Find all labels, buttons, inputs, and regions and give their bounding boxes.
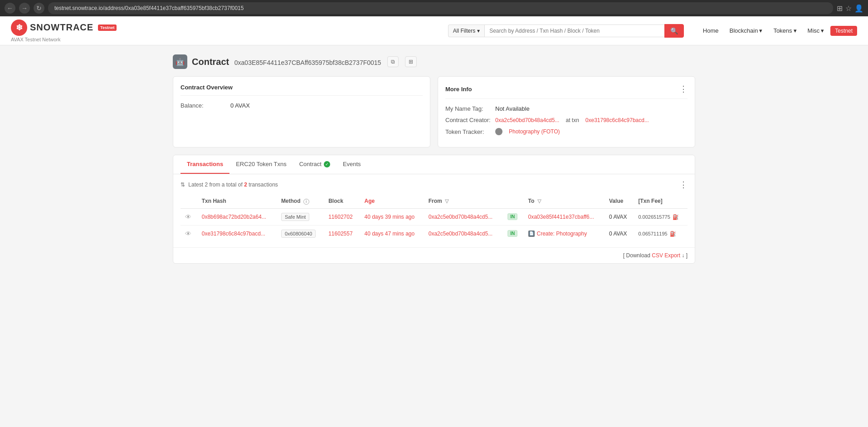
tab-contract-label: Contract [299,161,322,167]
nav-testnet[interactable]: Testnet [830,26,857,36]
col-to: To ▽ [524,194,605,208]
age-text: 40 days 39 mins ago [364,214,414,220]
tab-contract[interactable]: Contract ✓ [293,155,336,174]
from-address-link[interactable]: 0xa2c5e0bd70b48a4cd5... [429,214,493,220]
creator-txn-prefix: at txn [566,117,579,123]
browser-bar: ← → ↻ ⊞ ☆ 👤 [0,0,868,16]
to-address-link[interactable]: 0xa03e85f4411e37cbaff6... [528,214,594,220]
method-info-icon[interactable]: i [303,199,309,205]
creator-address-link[interactable]: 0xa2c5e0bd70b48a4cd5... [495,117,559,123]
tab-events[interactable]: Events [336,155,367,174]
creator-txn-link[interactable]: 0xe31798c6c84c97bacd... [585,117,649,123]
age-cell: 40 days 47 mins ago [360,225,424,242]
to-cell: 0xa03e85f4411e37cbaff6... [524,208,605,225]
transactions-table-body: 👁 0x8b698ac72bd20b2a64... Safe Mint 1160… [180,208,688,242]
method-cell: Safe Mint [277,208,324,225]
direction-cell: IN [503,225,523,242]
csv-export-link[interactable]: CSV Export [652,252,680,259]
back-button[interactable]: ← [5,3,15,14]
filter-dropdown[interactable]: All Filters ▾ [448,25,484,37]
nav-misc[interactable]: Misc ▾ [803,25,829,37]
transactions-table: Txn Hash Method i Block Age [180,194,688,242]
nav-links: Home Blockchain ▾ Tokens ▾ Misc ▾ Testne… [698,25,857,37]
qr-code-button[interactable]: ⊞ [405,56,417,67]
contract-overview-title: Contract Overview [180,84,423,96]
row-eye-icon[interactable]: 👁 [185,230,191,237]
creator-row: Contract Creator: 0xa2c5e0bd70b48a4cd5..… [445,117,688,123]
more-info-options-button[interactable]: ⋮ [679,84,688,94]
nav-home[interactable]: Home [698,25,723,37]
eye-cell: 👁 [180,208,197,225]
search-button[interactable]: 🔍 [664,24,684,38]
more-info-card: More Info ⋮ My Name Tag: Not Available C… [438,76,695,147]
direction-badge: IN [507,230,517,237]
top-nav: ❄ SNOWTRACE Testnet AVAX Testnet Network… [0,16,868,45]
token-tracker-row: Token Tracker: Photography (FOTO) [445,128,688,135]
value-cell: 0 AVAX [605,208,634,225]
nav-blockchain[interactable]: Blockchain ▾ [725,25,767,37]
browser-actions: ⊞ ☆ 👤 [837,4,863,13]
from-filter-icon[interactable]: ▽ [445,198,449,204]
extensions-icon[interactable]: ⊞ [837,4,843,13]
contract-address: 0xa03E85F4411e37CBAff635975bf38cB2737F00… [234,59,381,66]
fee-cell: 0.0026515775 ⛽ [634,208,688,225]
forward-button[interactable]: → [19,3,30,14]
age-text: 40 days 47 mins ago [364,231,414,237]
testnet-badge: Testnet [98,25,117,31]
tabs-container: Transactions ERC20 Token Txns Contract ✓… [173,155,695,264]
from-cell: 0xa2c5e0bd70b48a4cd5... [424,225,503,242]
token-tracker-icon [495,128,502,135]
col-value: Value [605,194,634,208]
page-title-row: 🤖 Contract 0xa03E85F4411e37CBAff635975bf… [173,54,695,69]
search-input[interactable] [484,25,664,37]
txn-hash-link[interactable]: 0xe31798c6c84c97bacd... [202,231,265,237]
table-options-button[interactable]: ⋮ [679,180,688,190]
contract-overview-card: Contract Overview Balance: 0 AVAX [173,76,430,147]
to-content: 📄 Create: Photography [528,231,600,237]
balance-label: Balance: [180,102,226,109]
tab-events-label: Events [343,161,361,167]
creator-label: Contract Creator: [445,117,491,123]
nav-tokens[interactable]: Tokens ▾ [769,25,801,37]
page-content: 🤖 Contract 0xa03E85F4411e37CBAff635975bf… [162,45,706,273]
tab-transactions[interactable]: Transactions [180,155,229,174]
network-label: AVAX Testnet Network [11,37,60,42]
copy-address-button[interactable]: ⧉ [387,56,399,67]
url-bar[interactable] [48,2,833,14]
snowflake-icon: ❄ [16,23,23,33]
to-address-link[interactable]: Create: Photography [537,231,587,237]
fee-text: 0.0026515775 [638,214,670,220]
logo-icon: ❄ [11,20,27,36]
token-tracker-link[interactable]: Photography (FOTO) [509,128,560,135]
method-badge: 0x60806040 [281,230,316,238]
from-address-link[interactable]: 0xa2c5e0bd70b48a4cd5... [429,231,493,237]
value-text: 0 AVAX [609,231,627,237]
fee-cell: 0.065711195 ⛽ [634,225,688,242]
block-link[interactable]: 11602702 [328,214,352,220]
chevron-down-icon: ▾ [759,27,762,34]
txn-hash-cell: 0xe31798c6c84c97bacd... [197,225,277,242]
logo-text: SNOWTRACE [30,22,93,33]
robot-icon: 🤖 [176,58,185,66]
token-tracker-label: Token Tracker: [445,128,491,135]
logo-area: ❄ SNOWTRACE Testnet AVAX Testnet Network [11,20,117,42]
txn-hash-link[interactable]: 0x8b698ac72bd20b2a64... [202,214,266,220]
balance-value: 0 AVAX [230,102,250,109]
profile-icon[interactable]: 👤 [854,4,863,13]
chevron-down-icon: ▾ [477,28,480,34]
name-tag-row: My Name Tag: Not Available [445,105,688,112]
filter-label: All Filters [453,28,475,34]
table-row: 👁 0xe31798c6c84c97bacd... 0x60806040 116… [180,225,688,242]
to-filter-icon[interactable]: ▽ [537,198,541,204]
from-cell: 0xa2c5e0bd70b48a4cd5... [424,208,503,225]
tab-erc20[interactable]: ERC20 Token Txns [229,155,293,174]
row-eye-icon[interactable]: 👁 [185,213,191,221]
bookmark-icon[interactable]: ☆ [845,4,852,13]
txn-hash-cell: 0x8b698ac72bd20b2a64... [197,208,277,225]
tab-transactions-label: Transactions [187,161,223,167]
refresh-button[interactable]: ↻ [34,3,44,14]
block-link[interactable]: 11602557 [328,231,352,237]
table-header-row: Txn Hash Method i Block Age [180,194,688,208]
chevron-down-icon: ▾ [794,27,797,34]
table-info-row: ⇅ Latest 2 from a total of 2 transaction… [180,180,688,190]
